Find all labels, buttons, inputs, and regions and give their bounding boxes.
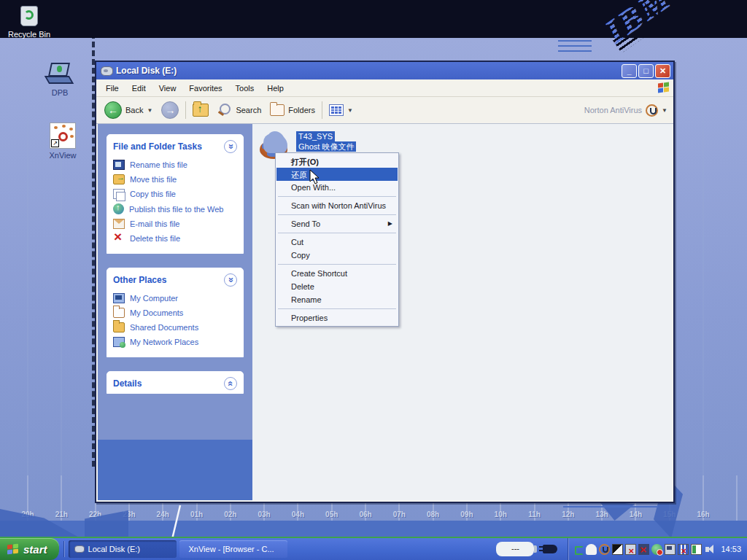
collapse-chevron-icon[interactable]: « — [224, 273, 237, 287]
maximize-button[interactable]: □ — [638, 64, 654, 78]
timeline-hour-label: 14h — [630, 510, 642, 518]
publish-icon — [113, 203, 124, 214]
forward-icon: → — [161, 101, 179, 119]
context-menu-item[interactable]: 还原 — [276, 168, 398, 181]
context-menu-item[interactable]: Open With... — [276, 181, 398, 194]
context-menu-item[interactable]: Delete — [276, 280, 398, 293]
task-link-publish[interactable]: Publish this file to the Web — [113, 201, 237, 217]
task-link-email[interactable]: E-mail this file — [113, 217, 237, 231]
context-menu-item[interactable]: Send To▶ — [276, 217, 398, 230]
shortcut-arrow-icon: ↗ — [51, 139, 59, 147]
timeline-hour-label: 09h — [460, 510, 473, 518]
desktop-icon-label: Recycle Bin — [1, 30, 57, 39]
timeline-grid-line — [27, 111, 28, 475]
window-title: Local Disk (E:) — [116, 66, 620, 76]
task-link-move[interactable]: Move this file — [113, 172, 237, 187]
laptop-icon — [45, 61, 74, 86]
context-menu-separator — [278, 264, 396, 265]
taskbar-task-1[interactable]: XnView - [Browser - C... — [179, 540, 287, 558]
desktop-icon-label: DPB — [32, 88, 88, 97]
desktop-icon-xnview[interactable]: ↗ XnView — [35, 122, 90, 160]
task-link-mydocuments[interactable]: My Documents — [113, 306, 237, 320]
volume-tray-icon[interactable] — [704, 544, 715, 555]
search-button[interactable]: Search — [215, 101, 263, 119]
chevron-down-icon: ▼ — [347, 107, 353, 114]
expand-chevron-icon[interactable]: « — [224, 377, 237, 390]
context-menu-item[interactable]: Create Shortcut — [276, 267, 398, 280]
ime-tray-icon[interactable] — [691, 544, 702, 555]
network-x-tray-icon[interactable] — [625, 544, 636, 555]
back-label: Back — [125, 106, 143, 114]
folders-button[interactable]: Folders — [268, 103, 317, 117]
back-icon: ← — [104, 101, 122, 119]
task-link-label: Publish this file to the Web — [129, 205, 223, 214]
agent-tray-icon[interactable] — [651, 544, 662, 555]
task-link-label: My Documents — [130, 308, 183, 317]
toolbar-separator — [322, 101, 322, 119]
folders-label: Folders — [288, 106, 315, 114]
task-link-rename[interactable]: Rename this file — [113, 158, 237, 172]
views-button[interactable]: ▼ — [327, 103, 355, 117]
forward-button[interactable]: → — [159, 100, 181, 120]
toolbar-separator — [185, 101, 186, 119]
desktop-icon-recycle-bin[interactable]: Recycle Bin — [1, 3, 57, 39]
search-label: Search — [236, 106, 261, 114]
task-link-label: E-mail this file — [130, 219, 179, 228]
start-label: start — [23, 543, 47, 556]
timeline-hour-label: 21h — [55, 510, 68, 518]
norton-antivirus-button[interactable]: Norton AntiVirus ▼ — [584, 104, 667, 117]
task-link-label: Rename this file — [130, 160, 187, 169]
timeline-hour-label: 04h — [292, 510, 304, 518]
wallpaper-shape — [0, 502, 80, 538]
context-menu-item[interactable]: Rename — [276, 293, 398, 306]
timeline-hour-label: 16h — [697, 510, 709, 518]
collapse-chevron-icon[interactable]: « — [224, 140, 237, 153]
task-link-delete[interactable]: Delete this file — [113, 231, 237, 246]
menu-tools[interactable]: Tools — [229, 82, 261, 95]
window-titlebar[interactable]: Local Disk (E:) _ □ ✕ — [96, 62, 673, 79]
chart-x-tray-icon[interactable] — [678, 544, 689, 555]
context-menu-item[interactable]: Scan with Norton AntiVirus — [276, 199, 398, 212]
menu-view[interactable]: View — [152, 82, 183, 95]
context-menu-item[interactable]: Properties — [276, 311, 398, 324]
move-icon — [113, 174, 125, 184]
windows-flag-icon — [7, 544, 19, 555]
menu-edit[interactable]: Edit — [125, 82, 152, 95]
minimize-button[interactable]: _ — [622, 64, 637, 78]
timeline-hour-label: 12h — [562, 510, 574, 518]
start-button[interactable]: start — [0, 538, 59, 560]
desktop-icon-dpb[interactable]: DPB — [32, 61, 88, 97]
task-link-label: Shared Documents — [130, 323, 198, 332]
timeline-hour-label: 06h — [359, 510, 371, 518]
ghost-tray-icon[interactable] — [586, 544, 597, 555]
context-menu-item[interactable]: Cut — [276, 236, 398, 249]
conn-x-tray-icon[interactable] — [638, 544, 649, 555]
task-link-label: Copy this file — [130, 190, 176, 198]
pinwheel-tray-icon[interactable] — [612, 544, 623, 555]
mynetwork-icon — [113, 337, 125, 347]
menu-help[interactable]: Help — [260, 82, 290, 95]
menu-file[interactable]: File — [99, 82, 125, 95]
close-button[interactable]: ✕ — [655, 64, 670, 78]
timeline-hour-label: 11h — [528, 510, 541, 518]
task-link-copy[interactable]: Copy this file — [113, 187, 237, 201]
norton-tray-icon[interactable] — [599, 544, 610, 555]
battery-indicator[interactable]: --- — [496, 542, 534, 556]
other-places-box: Other Places « My ComputerMy DocumentsSh… — [107, 268, 244, 357]
taskbar-task-0[interactable]: Local Disk (E:) — [69, 540, 177, 558]
timeline-hour-label: 13h — [595, 510, 608, 518]
computers-tray-icon[interactable] — [665, 544, 676, 555]
task-link-label: My Network Places — [130, 338, 198, 346]
task-link-mycomputer[interactable]: My Computer — [113, 291, 237, 306]
timeline-hour-label: 07h — [393, 510, 406, 518]
update-arrows-tray-icon[interactable] — [573, 544, 584, 555]
disk-icon — [74, 545, 85, 553]
context-menu-item[interactable]: Copy — [276, 249, 398, 262]
task-link-mynetwork[interactable]: My Network Places — [113, 335, 237, 349]
timeline-hour-label: 01h — [190, 510, 203, 518]
context-menu-item[interactable]: 打开(O) — [276, 155, 398, 168]
back-button[interactable]: ← Back ▼ — [102, 100, 155, 120]
task-link-shareddocs[interactable]: Shared Documents — [113, 320, 237, 335]
up-button[interactable] — [190, 102, 211, 118]
menu-favorites[interactable]: Favorites — [182, 82, 228, 95]
